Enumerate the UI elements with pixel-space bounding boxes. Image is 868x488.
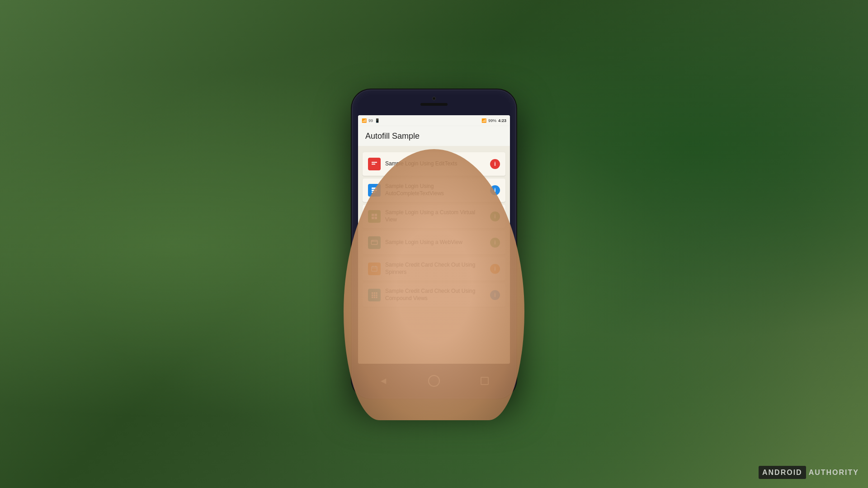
watermark-brand-box: ANDROID [759, 466, 806, 479]
notification-icon: 99 [368, 118, 373, 123]
item-icon-edit-texts [368, 158, 381, 170]
speaker [420, 103, 448, 106]
watermark-suffix: AUTHORITY [809, 469, 859, 477]
camera [432, 97, 436, 100]
app-title: Autofill Sample [365, 131, 420, 141]
app-bar: Autofill Sample [358, 126, 510, 146]
wifi-icon: 📶 [481, 118, 486, 123]
status-bar: 📶 99 📱 📶 99% 4:23 [358, 115, 510, 126]
status-left: 📶 99 📱 [362, 118, 380, 123]
watermark-brand: ANDROID [762, 469, 802, 476]
info-badge-edit-texts[interactable]: i [490, 159, 500, 169]
signal-icon: 📶 [362, 118, 367, 123]
battery-level: 99% [488, 118, 496, 123]
status-right: 📶 99% 4:23 [481, 118, 506, 123]
sim-icon: 📱 [375, 118, 380, 123]
watermark: ANDROID AUTHORITY [759, 466, 859, 479]
scene: 📶 99 📱 📶 99% 4:23 Autofill Sample [231, 68, 637, 420]
clock: 4:23 [498, 118, 506, 123]
svg-rect-1 [372, 164, 375, 164]
svg-rect-0 [372, 162, 377, 163]
